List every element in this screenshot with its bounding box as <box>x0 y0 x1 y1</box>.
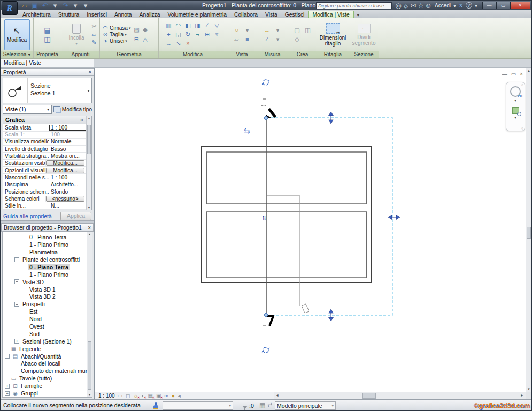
pin-icon[interactable]: ▽ <box>214 22 220 28</box>
property-value[interactable]: Architetto... <box>49 181 86 187</box>
expand-icon[interactable]: + <box>14 339 19 344</box>
property-value[interactable]: Sfondo <box>49 189 86 195</box>
extend-icon[interactable]: → <box>166 41 172 47</box>
visual-style-icon[interactable]: ◻ <box>126 393 130 399</box>
tree-item[interactable]: Est <box>3 308 92 315</box>
linework-brush-icon[interactable]: ▱ <box>234 36 240 42</box>
copy-icon[interactable]: ▱ <box>91 32 97 37</box>
zoom-icon[interactable] <box>512 107 519 114</box>
tree-item[interactable]: Abaco dei locali <box>3 360 92 368</box>
panel-title-appunti[interactable]: Appunti <box>61 51 99 58</box>
temporary-hide-icon[interactable]: ∞ <box>164 393 168 399</box>
shadows-icon[interactable]: ◐× <box>142 393 145 399</box>
scrollbar-thumb[interactable] <box>527 227 531 239</box>
expand-icon[interactable]: + <box>5 391 10 396</box>
type-dropdown-icon[interactable]: ▾ <box>86 78 91 103</box>
tab-vista[interactable]: Vista <box>261 11 281 18</box>
scrollbar-thumb[interactable] <box>88 341 91 390</box>
mirror-pick-icon[interactable]: ◧ <box>185 22 191 28</box>
taglia-button[interactable]: ⊘Taglia▾ <box>102 32 130 37</box>
property-value[interactable]: Normale <box>49 139 86 144</box>
tree-item[interactable]: Sud <box>3 330 92 338</box>
split-element-icon[interactable]: ∕ <box>204 22 211 28</box>
tree-item[interactable]: 0 - Piano Terra <box>3 233 92 241</box>
tree-item[interactable]: −Piante dei controsoffitti <box>3 256 92 263</box>
tab-architettura[interactable]: Architettura <box>19 11 55 18</box>
property-value[interactable]: 1 : 100 <box>49 174 86 180</box>
properties-close-icon[interactable]: × <box>88 69 91 75</box>
copy-element-icon[interactable]: ◱ <box>175 32 182 37</box>
type-selector[interactable]: Sezione Sezione 1 ▾ <box>3 78 92 103</box>
collapse-icon[interactable]: − <box>14 279 19 284</box>
vertical-scrollbar[interactable]: ▲ ▼ <box>526 68 531 392</box>
scrollbar-thumb[interactable] <box>87 125 91 154</box>
mirror-axis-icon[interactable]: ◨ <box>195 22 201 28</box>
search-input[interactable] <box>316 2 392 9</box>
collapse-group-icon[interactable]: « <box>79 119 84 121</box>
property-grid-scrollbar[interactable]: ▲ ▼ <box>86 116 91 210</box>
demolish-hammer-icon[interactable]: △ <box>142 36 148 42</box>
save-icon[interactable]: ▣ <box>31 2 38 9</box>
signin-person-icon[interactable]: ☺ <box>425 2 432 9</box>
view-scale-label[interactable]: 1 : 100 <box>98 393 115 399</box>
design-options-dropdown[interactable]: Modello principale ▾ <box>275 401 336 410</box>
signin-label[interactable]: Accedi <box>435 3 451 9</box>
panel-title-vista[interactable]: Vista <box>227 51 257 58</box>
editing-requests-icon[interactable]: ▦ <box>259 401 265 409</box>
cut-icon[interactable]: ✂ <box>91 24 97 29</box>
tree-item[interactable]: Computo dei materiali muro <box>3 367 92 375</box>
legend-component-icon[interactable]: ▢ <box>294 27 300 33</box>
tree-item[interactable]: 1 - Piano Primo <box>3 241 92 248</box>
dimension-caret-icon[interactable]: ▾ <box>275 36 281 42</box>
lightbulb-caret-icon[interactable]: ▾ <box>244 27 251 33</box>
tab-struttura[interactable]: Struttura <box>55 11 83 18</box>
tree-item[interactable]: ▭Tavole (tutto) <box>3 375 92 382</box>
panel-title-seleziona[interactable]: Seleziona ▾ <box>1 51 33 58</box>
drawing-area[interactable]: ⇆ ⇅ —▭× <box>94 68 531 399</box>
property-value[interactable]: N... <box>49 203 86 209</box>
active-workset-icon[interactable]: ⇄ <box>267 401 272 408</box>
room-lower[interactable] <box>207 212 367 278</box>
undo-icon[interactable]: ↶ <box>41 2 49 9</box>
help-icon[interactable]: ? <box>466 2 472 9</box>
cimasa-button[interactable]: ◠Cimasa▾ <box>102 25 130 31</box>
expand-icon[interactable]: + <box>5 384 10 389</box>
redo-dropdown-icon[interactable]: ▾ <box>72 2 79 9</box>
tree-item[interactable]: Vista 3D 1 <box>3 286 92 293</box>
property-value[interactable]: 1 : 100 <box>49 125 86 131</box>
exchange-apps-icon[interactable]: X <box>459 2 463 9</box>
aligned-dimension-icon[interactable]: ∕ <box>264 36 271 42</box>
paste-button[interactable]: Incolla ▾ <box>64 19 89 50</box>
type-properties-icon[interactable]: ◫ <box>44 36 51 43</box>
communication-icon[interactable]: ✉ <box>410 2 417 9</box>
split-segment-button[interactable]: ⌐ Dividi segmento <box>351 19 376 50</box>
crop-region-icon[interactable]: ▦× <box>148 393 153 399</box>
split-face-icon[interactable]: ⊟ <box>133 36 140 42</box>
unpin-icon[interactable]: ▿ <box>214 32 220 37</box>
detail-level-icon[interactable]: ▭ <box>118 393 122 399</box>
tab-modifica-viste[interactable]: Modifica | Viste <box>308 11 353 18</box>
sun-path-icon[interactable]: ☼× <box>133 393 138 399</box>
unisci-button[interactable]: ◑Unisci▾ <box>102 38 130 44</box>
tree-item[interactable]: +◉Gruppi <box>3 390 92 397</box>
tab-volumetrie-e-planimetria[interactable]: Volumetrie e planimetria <box>164 11 230 18</box>
section-crop-region[interactable] <box>267 118 392 315</box>
wall-sweep-icon[interactable]: ◆ <box>142 27 148 33</box>
redo-icon[interactable]: ↷ <box>61 2 69 9</box>
properties-help-link[interactable]: Guida alle proprietà <box>3 214 52 219</box>
panel-title-ritaglia[interactable]: Ritaglia <box>317 51 349 58</box>
scrollbar-thumb[interactable] <box>362 393 376 399</box>
tree-item[interactable]: 1 - Piano Primo <box>3 271 92 278</box>
tab-annota[interactable]: Annota <box>111 11 136 18</box>
reveal-hidden-icon[interactable]: ● <box>172 393 175 399</box>
signin-caret-icon[interactable]: ▾ <box>453 3 456 9</box>
property-value[interactable]: Basso <box>49 146 86 152</box>
crop-size-button[interactable]: ↔ Dimensioni ritaglio <box>319 19 346 50</box>
panel-title-geometria[interactable]: Geometria <box>100 51 158 58</box>
property-value-button[interactable]: <nessuno> <box>46 196 84 202</box>
filter-icon[interactable] <box>242 402 248 409</box>
scale-icon[interactable]: ↘ <box>175 41 182 47</box>
minimize-icon[interactable]: — <box>482 2 496 9</box>
project-browser-close-icon[interactable]: × <box>88 225 91 231</box>
duplicate-view-icon[interactable]: ◫ <box>305 27 311 33</box>
